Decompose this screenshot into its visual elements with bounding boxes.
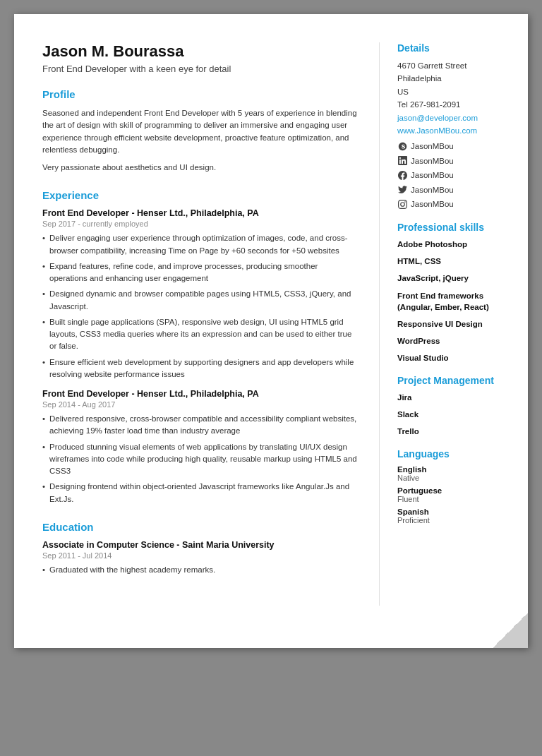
address-line3: US xyxy=(397,85,514,98)
pm-item: Trello xyxy=(397,426,514,437)
linkedin-handle: JasonMBou xyxy=(411,155,454,167)
job-2-title: Front End Developer - Henser Ltd., Phila… xyxy=(42,389,358,399)
address-line1: 4670 Garrett Street xyxy=(397,59,514,72)
list-item: Graduated with the highest academy remar… xyxy=(42,564,358,576)
edu-date: Sep 2011 - Jul 2014 xyxy=(42,551,358,560)
languages-heading: Languages xyxy=(397,448,514,460)
job-1-bullets: Deliver engaging user experience through… xyxy=(42,232,358,380)
page-number: 2/2 xyxy=(503,629,514,637)
lang-name: Portuguese xyxy=(397,486,514,495)
job-2-date: Sep 2014 - Aug 2017 xyxy=(42,400,358,409)
website-link[interactable]: www.JasonMBou.com xyxy=(397,124,514,137)
right-column: Details 4670 Garrett Street Philadelphia… xyxy=(380,42,528,606)
instagram-handle: JasonMBou xyxy=(411,198,454,210)
edu-bullets: Graduated with the highest academy remar… xyxy=(42,564,358,576)
list-item: Delivered responsive, cross-browser comp… xyxy=(42,413,358,438)
job-2-bullets: Delivered responsive, cross-browser comp… xyxy=(42,413,358,505)
education-block: Associate in Computer Science - Saint Ma… xyxy=(42,540,358,576)
lang-name: English xyxy=(397,465,514,474)
list-item: Built single page applications (SPA), re… xyxy=(42,316,358,353)
skill-item: Visual Studio xyxy=(397,352,514,364)
lang-level: Fluent xyxy=(397,495,514,503)
skill-item: HTML, CSS xyxy=(397,256,514,267)
list-item: Ensure efficient web development by supp… xyxy=(42,356,358,381)
language-english: English Native xyxy=(397,465,514,482)
language-portuguese: Portuguese Fluent xyxy=(397,486,514,503)
profile-text-1: Seasoned and independent Front End Devel… xyxy=(42,107,358,156)
job-1: Front End Developer - Henser Ltd., Phila… xyxy=(42,208,358,380)
skill-item: Responsive UI Design xyxy=(397,318,514,330)
email-link[interactable]: jason@developer.com xyxy=(397,112,514,124)
skype-icon xyxy=(397,142,407,152)
profile-text-2: Very passionate about aesthetics and UI … xyxy=(42,162,358,174)
details-heading: Details xyxy=(397,42,514,54)
experience-heading: Experience xyxy=(42,189,358,201)
address-line2: Philadelphia xyxy=(397,72,514,85)
list-item: Designing frontend within object-oriente… xyxy=(42,481,358,505)
list-item: Expand features, refine code, and improv… xyxy=(42,260,358,285)
full-name: Jason M. Bourassa xyxy=(42,42,358,61)
skill-item: Front End frameworks (Angular, Ember, Re… xyxy=(397,290,514,313)
skill-item: Adobe Photoshop xyxy=(397,239,514,250)
list-item: Designed dynamic and browser compatible … xyxy=(42,288,358,313)
skype-handle: JasonMBou xyxy=(411,140,454,152)
telephone: Tel 267-981-2091 xyxy=(397,98,514,111)
lang-level: Native xyxy=(397,474,514,482)
left-column: Jason M. Bourassa Front End Developer wi… xyxy=(14,42,380,606)
job-title: Front End Developer with a keen eye for … xyxy=(42,64,358,74)
twitter-icon xyxy=(397,185,407,195)
social-facebook: JasonMBou xyxy=(397,169,514,181)
resume-page: Jason M. Bourassa Front End Developer wi… xyxy=(14,14,528,648)
linkedin-icon xyxy=(397,156,407,166)
lang-name: Spanish xyxy=(397,508,514,516)
social-instagram: JasonMBou xyxy=(397,198,514,210)
lang-level: Proficient xyxy=(397,516,514,524)
job-1-date: Sep 2017 - currently employed xyxy=(42,220,358,228)
name-block: Jason M. Bourassa Front End Developer wi… xyxy=(42,42,358,74)
pm-item: Jira xyxy=(397,392,514,403)
job-2: Front End Developer - Henser Ltd., Phila… xyxy=(42,389,358,505)
pm-item: Slack xyxy=(397,409,514,420)
social-twitter: JasonMBou xyxy=(397,184,514,196)
profile-heading: Profile xyxy=(42,88,358,100)
instagram-icon xyxy=(397,199,407,209)
skill-item: WordPress xyxy=(397,335,514,347)
education-heading: Education xyxy=(42,521,358,533)
facebook-handle: JasonMBou xyxy=(411,169,454,181)
job-1-title: Front End Developer - Henser Ltd., Phila… xyxy=(42,208,358,218)
language-spanish: Spanish Proficient xyxy=(397,508,514,524)
edu-title: Associate in Computer Science - Saint Ma… xyxy=(42,540,358,550)
pm-heading: Project Management xyxy=(397,375,514,386)
twitter-handle: JasonMBou xyxy=(411,184,454,196)
social-linkedin: JasonMBou xyxy=(397,155,514,167)
list-item: Deliver engaging user experience through… xyxy=(42,232,358,257)
list-item: Produced stunning visual elements of web… xyxy=(42,441,358,478)
skill-item: JavaScript, jQuery xyxy=(397,272,514,284)
facebook-icon xyxy=(397,170,407,180)
social-skype: JasonMBou xyxy=(397,140,514,152)
skills-heading: Professional skills xyxy=(397,222,514,233)
